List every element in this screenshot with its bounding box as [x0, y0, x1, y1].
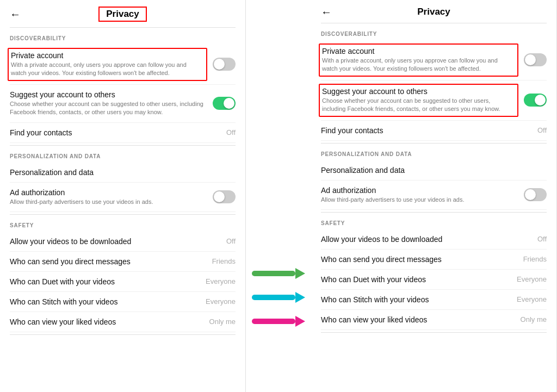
setting-value: Friends — [212, 257, 236, 265]
setting-desc: With a private account, only users you a… — [11, 61, 201, 78]
setting-row[interactable]: Allow your videos to be downloadedOff — [10, 232, 236, 252]
section-divider — [10, 214, 236, 215]
setting-row[interactable]: Who can view your liked videosOnly me — [321, 310, 547, 330]
toggle-switch[interactable] — [524, 188, 547, 201]
toggle-switch[interactable] — [524, 53, 547, 66]
setting-desc: Choose whether your account can be sugge… — [10, 100, 207, 117]
setting-text: Suggest your account to othersChoose whe… — [10, 90, 213, 117]
setting-row[interactable]: Who can send you direct messagesFriends — [10, 252, 236, 272]
toggle-knob — [525, 189, 536, 200]
setting-text: Who can view your liked videos — [10, 318, 209, 326]
setting-title: Who can Stitch with your videos — [10, 297, 200, 306]
setting-value: Everyone — [206, 277, 236, 285]
setting-row[interactable]: Who can send you direct messagesFriends — [321, 250, 547, 270]
setting-title: Allow your videos to be downloaded — [10, 237, 221, 246]
setting-row[interactable]: Ad authorizationAllow third-party advert… — [10, 183, 236, 212]
setting-value: Friends — [523, 255, 547, 263]
setting-title: Who can Stitch with your videos — [321, 295, 511, 304]
setting-title: Find your contacts — [321, 126, 532, 135]
setting-title: Ad authorization — [321, 186, 518, 195]
setting-row[interactable]: Who can Duet with your videosEveryone — [321, 270, 547, 290]
setting-value: Everyone — [206, 297, 236, 306]
setting-title: Allow your videos to be downloaded — [321, 235, 532, 244]
cyan-arrow — [252, 292, 305, 303]
setting-text: Who can send you direct messages — [321, 255, 523, 264]
setting-title: Personalization and data — [321, 166, 541, 175]
setting-row[interactable]: Suggest your account to othersChoose whe… — [10, 85, 236, 123]
back-arrow[interactable]: ← — [10, 8, 21, 21]
setting-desc: Allow third-party advertisers to use you… — [321, 196, 518, 204]
setting-text: Who can Stitch with your videos — [10, 297, 206, 306]
setting-title: Suggest your account to others — [10, 90, 207, 99]
toggle-knob — [535, 95, 546, 105]
setting-row[interactable]: Who can view your liked videosOnly me — [10, 312, 236, 332]
setting-text: Who can Duet with your videos — [321, 275, 517, 284]
toggle-knob — [214, 191, 225, 202]
toggle-switch[interactable] — [213, 58, 236, 71]
back-arrow[interactable]: ← — [321, 6, 332, 18]
section-divider — [321, 143, 547, 144]
setting-text: Personalization and data — [321, 166, 547, 175]
setting-value: Everyone — [517, 295, 547, 303]
setting-title: Who can send you direct messages — [321, 255, 518, 264]
setting-row[interactable]: Who can Stitch with your videosEveryone — [10, 292, 236, 312]
arrows-column — [246, 0, 311, 392]
setting-desc: Allow third-party advertisers to use you… — [10, 198, 207, 206]
setting-title: Who can view your liked videos — [10, 318, 204, 326]
setting-title: Who can view your liked videos — [321, 315, 515, 324]
left-panel: ←PrivacyDISCOVERABILITYPrivate accountWi… — [0, 0, 246, 392]
section-label: DISCOVERABILITY — [321, 31, 547, 37]
toggle-switch[interactable] — [213, 190, 236, 203]
section-divider — [10, 145, 236, 146]
setting-row[interactable]: Suggest your account to othersChoose whe… — [321, 80, 547, 121]
setting-text: Find your contacts — [321, 126, 537, 135]
setting-title: Private account — [11, 51, 201, 60]
toggle-knob — [224, 98, 234, 109]
setting-desc: With a private account, only users you a… — [322, 57, 512, 73]
setting-title: Who can send you direct messages — [10, 257, 207, 266]
toggle-switch[interactable] — [524, 94, 547, 107]
toggle-knob — [214, 59, 225, 70]
setting-text: Who can view your liked videos — [321, 315, 521, 324]
setting-title: Who can Duet with your videos — [10, 277, 200, 286]
setting-text: Allow your videos to be downloaded — [321, 235, 537, 244]
section-label: SAFETY — [321, 220, 547, 226]
toggle-switch[interactable] — [213, 97, 236, 110]
toggle-knob — [525, 54, 536, 65]
setting-value: Off — [226, 237, 236, 245]
section-divider — [10, 334, 236, 335]
panel-header: ←Privacy — [321, 7, 547, 23]
setting-value: Only me — [209, 318, 236, 326]
setting-row[interactable]: Find your contactsOff — [10, 123, 236, 143]
setting-row[interactable]: Who can Stitch with your videosEveryone — [321, 290, 547, 310]
setting-text: Allow your videos to be downloaded — [10, 237, 226, 246]
setting-row: Personalization and data — [10, 163, 236, 183]
right-panel: ←PrivacyDISCOVERABILITYPrivate accountWi… — [311, 0, 557, 392]
setting-row[interactable]: Find your contactsOff — [321, 121, 547, 141]
section-label: PERSONALIZATION AND DATA — [10, 153, 236, 159]
setting-title: Suggest your account to others — [322, 87, 512, 96]
setting-title: Private account — [322, 47, 512, 55]
section-label: PERSONALIZATION AND DATA — [321, 151, 547, 157]
setting-row[interactable]: Ad authorizationAllow third-party advert… — [321, 181, 547, 210]
setting-row: Personalization and data — [321, 160, 547, 181]
setting-value: Everyone — [517, 275, 547, 283]
section-divider — [321, 332, 547, 333]
setting-row[interactable]: Allow your videos to be downloadedOff — [321, 229, 547, 250]
setting-row[interactable]: Private accountWith a private account, o… — [321, 40, 547, 80]
highlight-box: Private accountWith a private account, o… — [8, 48, 207, 81]
setting-value: Only me — [521, 315, 547, 323]
setting-row[interactable]: Who can Duet with your videosEveryone — [10, 272, 236, 292]
setting-value: Off — [226, 128, 236, 136]
setting-text: Who can Stitch with your videos — [321, 295, 517, 304]
setting-title: Ad authorization — [10, 188, 207, 197]
section-divider — [321, 212, 547, 213]
panel-header: ←Privacy — [10, 7, 236, 28]
setting-row[interactable]: Private accountWith a private account, o… — [10, 45, 236, 85]
setting-text: Who can send you direct messages — [10, 257, 212, 266]
page-title: Privacy — [417, 7, 450, 17]
setting-title: Who can Duet with your videos — [321, 275, 511, 284]
setting-text: Ad authorizationAllow third-party advert… — [321, 186, 524, 204]
green-arrow — [252, 268, 305, 279]
highlight-box: Suggest your account to othersChoose whe… — [319, 84, 518, 117]
